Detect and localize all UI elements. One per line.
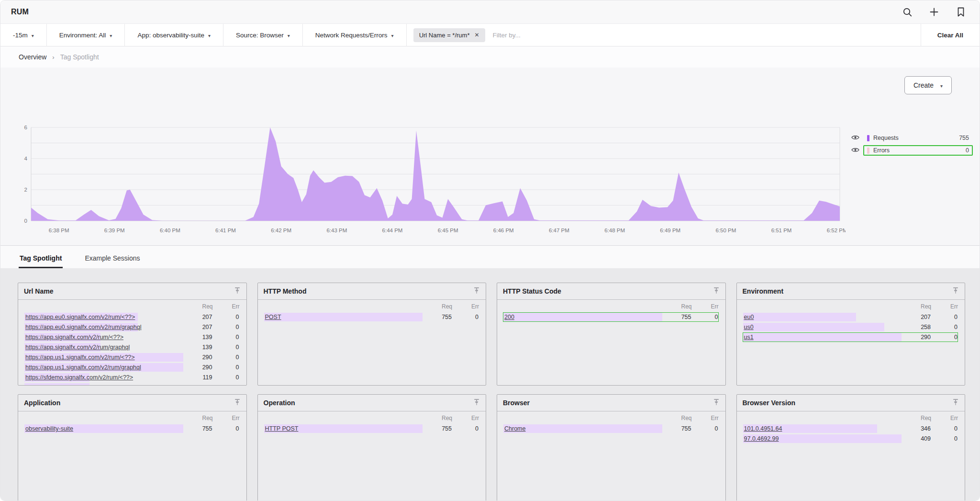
tag-value-link[interactable]: 97.0.4692.99 bbox=[743, 435, 898, 442]
tag-value-link[interactable]: us1 bbox=[743, 334, 898, 341]
pin-icon bbox=[952, 399, 959, 407]
tag-spotlight-region: Url NameReqErrhttps://app.eu0.signalfx.c… bbox=[0, 268, 980, 501]
tag-value-link[interactable]: https://app.eu0.signalfx.com/v2/rum/<??> bbox=[24, 314, 179, 320]
create-button[interactable]: Create ▾ bbox=[904, 76, 952, 94]
tag-row: POST7550 bbox=[264, 312, 479, 322]
filter-dropdown-source-browser[interactable]: Source: Browser▾ bbox=[223, 24, 303, 46]
search-button[interactable] bbox=[899, 4, 915, 20]
filter-dropdown-network-requests-errors[interactable]: Network Requests/Errors▾ bbox=[303, 24, 407, 46]
filter-by-input[interactable] bbox=[492, 31, 914, 39]
filter-bar: -15m ▾ Environment: All▾App: observabili… bbox=[0, 23, 980, 46]
caret-down-icon: ▾ bbox=[288, 33, 290, 38]
column-headers: ReqErr bbox=[24, 413, 240, 423]
card-http-method: HTTP MethodReqErrPOST7550 bbox=[257, 283, 487, 386]
err-column-header: Err bbox=[452, 303, 479, 310]
card-header: Url Name bbox=[18, 283, 246, 300]
tag-value-link[interactable]: https://app.signalfx.com/v2/rum/graphql bbox=[24, 344, 179, 351]
tag-value-link[interactable]: Chrome bbox=[503, 425, 658, 432]
pin-button[interactable] bbox=[473, 399, 480, 407]
pin-button[interactable] bbox=[473, 287, 480, 296]
card-body: ReqErr101.0.4951.64346097.0.4692.994090 bbox=[737, 411, 965, 501]
err-count: 0 bbox=[212, 344, 239, 351]
pin-button[interactable] bbox=[713, 399, 720, 407]
legend-row-requests[interactable]: Requests755 bbox=[851, 132, 973, 144]
card-body: ReqErrobservability-suite7550 bbox=[18, 411, 246, 501]
tag-row: us02580 bbox=[743, 322, 958, 332]
req-count: 755 bbox=[179, 425, 212, 432]
req-count: 139 bbox=[179, 344, 212, 351]
filter-dropdown-label: Source: Browser bbox=[236, 32, 284, 39]
column-headers: ReqErr bbox=[743, 301, 958, 312]
bookmark-button[interactable] bbox=[953, 4, 969, 20]
card-header: Browser bbox=[497, 395, 725, 411]
req-count: 207 bbox=[179, 324, 212, 330]
tag-value-link[interactable]: https://sfdemo.signalfx.com/v2/rum/<??> bbox=[24, 374, 179, 381]
card-title: Application bbox=[24, 399, 60, 407]
tag-value-link[interactable]: eu0 bbox=[743, 314, 898, 320]
filter-dropdown-label: Environment: All bbox=[59, 32, 106, 39]
add-button[interactable] bbox=[926, 4, 942, 20]
pin-button[interactable] bbox=[234, 399, 241, 407]
filter-dropdown-app-observability-suite[interactable]: App: observability-suite▾ bbox=[125, 24, 223, 46]
visibility-toggle[interactable] bbox=[851, 135, 859, 142]
tag-row: https://sfdemo.signalfx.com/v2/rum/graph… bbox=[24, 383, 240, 385]
eye-icon bbox=[851, 135, 859, 142]
visibility-toggle[interactable] bbox=[851, 147, 859, 154]
tag-value-link[interactable]: https://app.us1.signalfx.com/v2/rum/<??> bbox=[24, 354, 179, 361]
err-column-header: Err bbox=[692, 415, 719, 421]
card-body: ReqErrChrome7550 bbox=[497, 411, 725, 501]
legend-entry: Errors0 bbox=[863, 145, 973, 156]
card-body: ReqErrHTTP POST7550 bbox=[258, 411, 486, 501]
tag-value-link[interactable]: https://sfdemo.signalfx.com/v2/rum/graph… bbox=[24, 384, 179, 385]
x-tick-label: 6:43 PM bbox=[326, 228, 347, 233]
time-range-dropdown[interactable]: -15m ▾ bbox=[0, 24, 47, 46]
url-name-filter-chip[interactable]: Url Name = */rum* ✕ bbox=[413, 28, 485, 42]
card-body: ReqErrhttps://app.eu0.signalfx.com/v2/ru… bbox=[18, 300, 246, 385]
tag-row: https://app.us1.signalfx.com/v2/rum/<??>… bbox=[24, 353, 240, 362]
tag-row: observability-suite7550 bbox=[24, 424, 240, 433]
tag-value-link[interactable]: observability-suite bbox=[24, 425, 179, 432]
cards-grid: Url NameReqErrhttps://app.eu0.signalfx.c… bbox=[18, 283, 965, 501]
tag-row: us12900 bbox=[743, 332, 958, 342]
x-tick-label: 6:52 PM bbox=[827, 228, 846, 233]
pin-button[interactable] bbox=[952, 399, 959, 407]
eye-icon bbox=[851, 147, 859, 154]
card-header: Operation bbox=[258, 395, 486, 411]
tag-value-link[interactable]: https://app.eu0.signalfx.com/v2/rum/grap… bbox=[24, 324, 179, 330]
err-column-header: Err bbox=[452, 415, 479, 421]
err-count: 0 bbox=[452, 314, 479, 320]
tag-value-link[interactable]: HTTP POST bbox=[264, 425, 419, 432]
breadcrumb-overview-link[interactable]: Overview bbox=[19, 53, 46, 61]
filter-dropdown-environment-all[interactable]: Environment: All▾ bbox=[47, 24, 125, 46]
column-headers: ReqErr bbox=[503, 301, 719, 312]
req-column-header: Req bbox=[658, 415, 692, 421]
pin-button[interactable] bbox=[952, 287, 959, 296]
tag-row: https://app.eu0.signalfx.com/v2/rum/grap… bbox=[24, 322, 240, 332]
legend-row-errors[interactable]: Errors0 bbox=[851, 144, 973, 157]
plus-icon bbox=[929, 7, 939, 17]
tab-tag-spotlight[interactable]: Tag Spotlight bbox=[19, 249, 63, 268]
series-swatch bbox=[867, 148, 869, 154]
req-column-header: Req bbox=[179, 303, 213, 310]
err-count: 0 bbox=[691, 314, 718, 320]
card-header: Environment bbox=[737, 283, 965, 300]
pin-button[interactable] bbox=[234, 287, 241, 296]
tag-value-link[interactable]: us0 bbox=[743, 324, 898, 330]
tab-example-sessions[interactable]: Example Sessions bbox=[84, 249, 141, 268]
chart-panel: Create ▾ 02466:38 PM6:39 PM6:40 PM6:41 P… bbox=[0, 68, 980, 246]
req-column-header: Req bbox=[419, 303, 452, 310]
tag-value-link[interactable]: POST bbox=[264, 314, 419, 320]
x-tick-label: 6:45 PM bbox=[438, 228, 458, 233]
err-column-header: Err bbox=[213, 303, 240, 310]
filter-chip-label: Url Name = */rum* bbox=[419, 32, 470, 39]
err-count: 0 bbox=[212, 324, 239, 330]
clear-all-button[interactable]: Clear All bbox=[921, 24, 980, 46]
tag-value-link[interactable]: https://app.us1.signalfx.com/v2/rum/grap… bbox=[24, 364, 179, 371]
pin-button[interactable] bbox=[713, 287, 720, 296]
filter-dropdowns: Environment: All▾App: observability-suit… bbox=[47, 24, 407, 46]
tag-value-link[interactable]: 101.0.4951.64 bbox=[743, 425, 898, 432]
card-browser: BrowserReqErrChrome7550 bbox=[497, 394, 726, 501]
tag-value-link[interactable]: 200 bbox=[503, 314, 658, 320]
tag-value-link[interactable]: https://app.signalfx.com/v2/rum/<??> bbox=[24, 334, 179, 341]
close-icon[interactable]: ✕ bbox=[474, 32, 479, 38]
